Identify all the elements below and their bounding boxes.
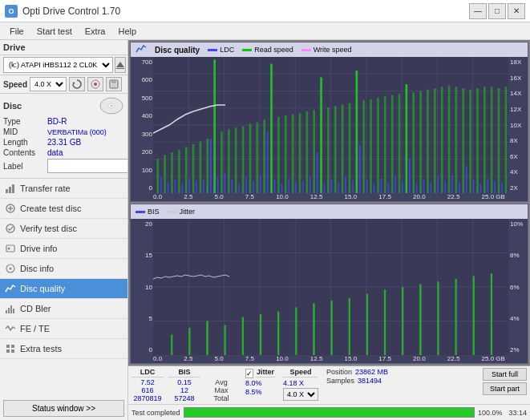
nav-transfer-rate[interactable]: Transfer rate — [0, 179, 127, 199]
svg-rect-133 — [406, 84, 408, 193]
ldc-total: 2870819 — [133, 394, 161, 402]
speed-refresh-button[interactable] — [69, 77, 85, 91]
svg-rect-141 — [462, 88, 464, 193]
svg-rect-117 — [292, 114, 294, 193]
svg-rect-66 — [281, 184, 282, 193]
create-test-icon — [5, 203, 16, 214]
title-bar: O Opti Drive Control 1.70 — □ ✕ — [0, 0, 530, 22]
svg-rect-76 — [352, 181, 354, 193]
svg-rect-116 — [285, 115, 287, 193]
save-button[interactable] — [106, 77, 122, 91]
write-speed-legend-color — [301, 49, 311, 51]
svg-rect-59 — [231, 180, 233, 193]
svg-rect-173 — [384, 289, 386, 355]
svg-rect-77 — [359, 146, 361, 194]
disc-panel-title: Disc — [3, 101, 22, 111]
burn-button[interactable] — [87, 77, 103, 91]
fe-te-icon — [5, 323, 16, 334]
svg-rect-177 — [455, 279, 457, 355]
svg-rect-48 — [168, 182, 169, 193]
svg-rect-121 — [320, 78, 322, 194]
bis-total: 57248 — [174, 394, 194, 402]
bis-header: BIS — [168, 368, 200, 378]
nav-extra-tests-label: Extra tests — [20, 344, 62, 353]
svg-rect-86 — [423, 180, 425, 193]
progress-time: 33:14 — [508, 409, 527, 417]
ldc-legend: LDC — [208, 46, 234, 54]
svg-rect-95 — [487, 178, 488, 193]
svg-rect-175 — [419, 285, 421, 355]
menu-file[interactable]: File — [3, 25, 30, 38]
jitter-block: ✓ Jitter 8.0% 8.5% — [245, 368, 275, 402]
bis-jitter-chart-panel: BIS Jitter 20 15 10 5 0 — [130, 204, 528, 364]
start-full-button[interactable]: Start full — [483, 368, 527, 381]
speed-dropdown[interactable]: 4.0 X — [283, 388, 318, 401]
bis-max: 12 — [180, 386, 188, 394]
nav-verify-test[interactable]: Verify test disc — [0, 219, 127, 239]
nav-cd-bler[interactable]: CD Bler — [0, 299, 127, 319]
svg-rect-97 — [501, 182, 503, 193]
svg-rect-171 — [349, 298, 350, 355]
minimize-button[interactable]: — — [469, 3, 487, 19]
svg-rect-99 — [164, 155, 166, 193]
svg-rect-170 — [331, 301, 333, 355]
maximize-button[interactable]: □ — [488, 3, 506, 19]
mid-value: VERBATIMa (000) — [47, 128, 124, 136]
read-speed-legend: Read speed — [242, 46, 293, 54]
left-panel: Drive (k:) ATAPI iHBS112 2 CL0K Speed 4.… — [0, 40, 128, 420]
svg-rect-137 — [434, 88, 436, 193]
menu-starttest[interactable]: Start test — [30, 25, 79, 38]
menu-help[interactable]: Help — [111, 25, 143, 38]
svg-rect-60 — [238, 184, 240, 193]
body-area: Drive (k:) ATAPI iHBS112 2 CL0K Speed 4.… — [0, 40, 530, 420]
transfer-rate-icon — [5, 183, 16, 194]
svg-rect-127 — [362, 100, 365, 193]
svg-rect-73 — [331, 180, 333, 193]
app-window: O Opti Drive Control 1.70 — □ ✕ File Sta… — [0, 0, 530, 420]
svg-rect-88 — [437, 177, 439, 193]
svg-rect-25 — [13, 309, 14, 313]
start-part-button[interactable]: Start part — [483, 382, 527, 395]
svg-rect-75 — [345, 177, 346, 193]
max-label: Max — [214, 386, 228, 394]
svg-rect-109 — [235, 127, 237, 193]
close-button[interactable]: ✕ — [508, 3, 525, 19]
contents-value: data — [47, 148, 124, 157]
drive-selector-row: (k:) ATAPI iHBS112 2 CL0K — [0, 55, 127, 75]
position-label: Position — [326, 368, 352, 376]
svg-rect-58 — [225, 173, 226, 194]
svg-rect-176 — [437, 281, 439, 355]
status-window-button[interactable]: Status window >> — [3, 400, 124, 417]
svg-rect-140 — [455, 87, 458, 193]
speed-select[interactable]: 4.0 X — [30, 77, 67, 91]
nav-extra-tests[interactable]: Extra tests — [0, 339, 127, 359]
disc-icon — [99, 97, 124, 115]
svg-rect-71 — [317, 152, 318, 193]
speed-avg: 4.18 X — [283, 379, 318, 387]
svg-rect-69 — [302, 181, 304, 193]
eject-button[interactable] — [115, 57, 126, 73]
svg-rect-96 — [494, 181, 496, 193]
menu-extra[interactable]: Extra — [79, 25, 112, 38]
disc-quality-title-bar: Disc quality LDC Read speed Write speed — [131, 42, 528, 57]
nav-fe-te[interactable]: FE / TE — [0, 319, 127, 339]
label-input[interactable] — [47, 159, 128, 173]
row-labels-block: - Avg Max Total — [205, 368, 237, 402]
ldc-header: LDC — [131, 368, 164, 378]
svg-rect-136 — [427, 90, 429, 193]
drive-select[interactable]: (k:) ATAPI iHBS112 2 CL0K — [3, 57, 113, 73]
nav-create-test[interactable]: Create test disc — [0, 199, 127, 219]
nav-disc-quality[interactable]: Disc quality — [0, 279, 127, 299]
svg-rect-118 — [299, 113, 301, 193]
svg-rect-100 — [171, 152, 173, 193]
progress-bar-fill — [184, 408, 474, 417]
svg-rect-24 — [10, 305, 12, 313]
nav-drive-info[interactable]: Drive info — [0, 239, 127, 259]
nav-cd-bler-label: CD Bler — [20, 304, 51, 313]
drive-section: Drive — [0, 40, 127, 55]
type-value: BD-R — [47, 117, 124, 126]
disc-panel-header: Disc — [3, 97, 124, 115]
jitter-checkbox[interactable]: ✓ — [245, 369, 253, 378]
speed-header: Speed — [283, 368, 318, 378]
nav-disc-info[interactable]: Disc info — [0, 259, 127, 279]
